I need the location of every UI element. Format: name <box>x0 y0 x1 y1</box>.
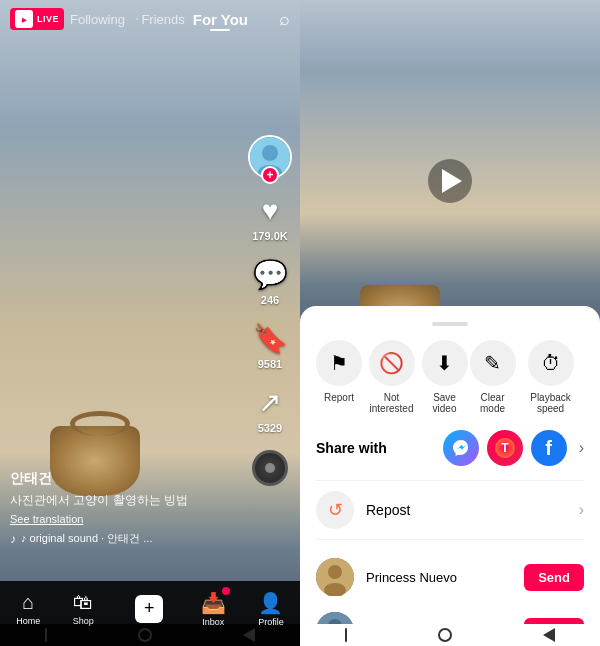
report-action[interactable]: ⚑ Report <box>316 340 362 414</box>
sys-nav-right-line <box>345 628 347 642</box>
follow-plus-icon[interactable]: + <box>261 166 279 184</box>
live-label: LIVE <box>37 14 59 24</box>
like-action[interactable]: ♥ 179.0K <box>252 195 287 242</box>
not-interested-label: Not interested <box>362 392 421 414</box>
save-video-icon: ⬇ <box>422 340 468 386</box>
save-video-action[interactable]: ⬇ Save video <box>421 340 468 414</box>
play-button[interactable] <box>428 159 472 203</box>
sys-nav-right-circle <box>438 628 452 642</box>
svg-point-1 <box>262 145 278 161</box>
report-icon: ⚑ <box>316 340 362 386</box>
creator-avatar[interactable]: + <box>248 135 292 179</box>
home-nav-label: Home <box>16 616 40 626</box>
see-translation-link[interactable]: See translation <box>10 513 240 525</box>
like-count: 179.0K <box>252 230 287 242</box>
comment-icon: 💬 <box>253 258 288 291</box>
friend1-send-button[interactable]: Send <box>524 564 584 591</box>
sheet-handle <box>432 322 468 326</box>
not-interested-icon: 🚫 <box>369 340 415 386</box>
facebook-share-icon[interactable]: f <box>531 430 567 466</box>
profile-nav-item[interactable]: 👤 Profile <box>258 591 284 627</box>
video-caption: 사진관에서 고양이 촬영하는 빙법 <box>10 492 240 509</box>
sound-info[interactable]: ♪ ♪ original sound · 안태건 ... <box>10 531 240 546</box>
friend1-avatar <box>316 558 354 596</box>
music-icon: ♪ <box>10 532 16 546</box>
clear-mode-icon: ✎ <box>470 340 516 386</box>
bookmark-icon: 🔖 <box>253 322 288 355</box>
sound-text: ♪ original sound · 안태건 ... <box>21 531 152 546</box>
system-nav-right <box>300 624 600 646</box>
repost-row[interactable]: ↺ Repost › <box>316 480 584 540</box>
playback-speed-icon: ⏱ <box>528 340 574 386</box>
sound-disc[interactable] <box>252 450 288 486</box>
share-count: 5329 <box>258 422 282 434</box>
inbox-notification-badge <box>222 587 230 595</box>
live-badge: ▶ LIVE <box>10 8 64 30</box>
share-with-label: Share with <box>316 440 443 456</box>
add-nav-item[interactable]: + <box>126 595 168 623</box>
add-button[interactable]: + <box>135 595 163 623</box>
for-you-tab[interactable]: For You <box>193 11 248 28</box>
comment-count: 246 <box>261 294 279 306</box>
video-info: 안태건 사진관에서 고양이 촬영하는 빙법 See translation ♪ … <box>10 470 240 546</box>
bookmark-count: 9581 <box>258 358 282 370</box>
creator-username[interactable]: 안태건 <box>10 470 240 488</box>
home-nav-item[interactable]: ⌂ Home <box>16 591 40 626</box>
tiktok-share-icon[interactable]: T <box>487 430 523 466</box>
play-triangle-icon <box>442 169 462 193</box>
repost-icon: ↺ <box>316 491 354 529</box>
left-video-panel: ▶ LIVE Following · Friends For You ⌕ + ♥… <box>0 0 300 646</box>
shop-nav-label: Shop <box>73 616 94 626</box>
messenger-share-icon[interactable] <box>443 430 479 466</box>
search-icon[interactable]: ⌕ <box>279 9 290 30</box>
friend1-name: Princess Nuevo <box>366 570 524 585</box>
friend-row-1: Princess Nuevo Send <box>316 550 584 604</box>
bookmark-action[interactable]: 🔖 9581 <box>253 322 288 370</box>
right-video-panel: ⚑ Report 🚫 Not interested ⬇ Save video ✎… <box>300 0 600 646</box>
comment-action[interactable]: 💬 246 <box>253 258 288 306</box>
more-platforms-chevron[interactable]: › <box>579 439 584 457</box>
share-action[interactable]: ↗ 5329 <box>258 386 282 434</box>
following-tab[interactable]: Following <box>70 12 125 27</box>
shop-nav-item[interactable]: 🛍 Shop <box>73 591 94 626</box>
svg-text:T: T <box>501 441 509 455</box>
save-video-label: Save video <box>421 392 468 414</box>
inbox-nav-label: Inbox <box>202 617 224 627</box>
top-navigation: ▶ LIVE Following · Friends For You ⌕ <box>0 0 300 38</box>
inbox-icon: 📥 <box>201 591 226 615</box>
sys-nav-right-back <box>543 628 555 642</box>
repost-chevron: › <box>579 501 584 519</box>
inbox-nav-item[interactable]: 📥 Inbox <box>201 591 226 627</box>
not-interested-action[interactable]: 🚫 Not interested <box>362 340 421 414</box>
heart-icon: ♥ <box>262 195 279 227</box>
home-icon: ⌂ <box>22 591 34 614</box>
friends-tab[interactable]: Friends <box>141 12 184 27</box>
playback-speed-label: Playback speed <box>517 392 584 414</box>
right-action-bar: + ♥ 179.0K 💬 246 🔖 9581 ↗ 5329 <box>248 135 292 486</box>
share-platform-icons: T f › <box>443 430 584 466</box>
shop-icon: 🛍 <box>73 591 93 614</box>
action-icons-row: ⚑ Report 🚫 Not interested ⬇ Save video ✎… <box>316 340 584 414</box>
clear-mode-label: Clear mode <box>468 392 517 414</box>
clear-mode-action[interactable]: ✎ Clear mode <box>468 340 517 414</box>
share-icon: ↗ <box>258 386 281 419</box>
playback-speed-action[interactable]: ⏱ Playback speed <box>517 340 584 414</box>
live-icon: ▶ <box>15 10 33 28</box>
share-with-row: Share with T f › <box>316 430 584 466</box>
repost-label: Repost <box>366 502 579 518</box>
share-sheet: ⚑ Report 🚫 Not interested ⬇ Save video ✎… <box>300 306 600 646</box>
profile-icon: 👤 <box>258 591 283 615</box>
profile-nav-label: Profile <box>258 617 284 627</box>
svg-point-7 <box>328 565 342 579</box>
bottom-navigation: ⌂ Home 🛍 Shop + 📥 Inbox 👤 Profile <box>0 581 300 646</box>
report-label: Report <box>324 392 354 403</box>
nav-dot: · <box>135 10 139 28</box>
